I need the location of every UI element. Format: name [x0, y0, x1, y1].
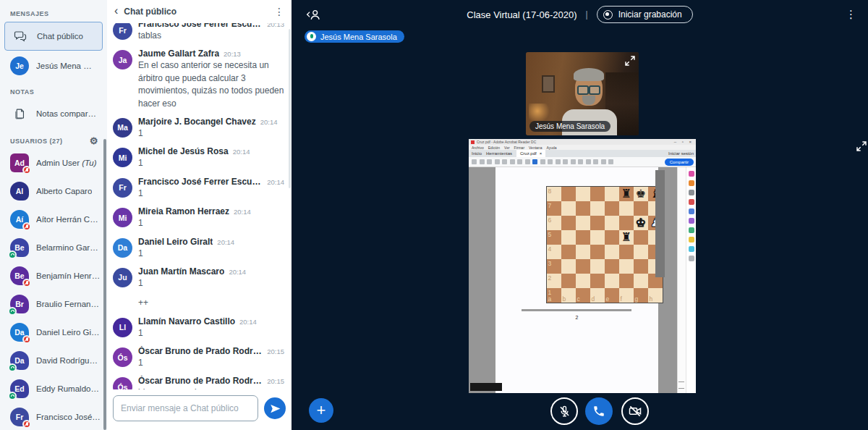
message-text: 1 [138, 217, 284, 229]
send-message-button[interactable] [264, 397, 286, 419]
audio-status-badge [8, 363, 17, 372]
black-rook-piece: ♜ [619, 230, 634, 245]
avatar-initials: Da [14, 356, 24, 365]
next-icon [525, 159, 530, 164]
message-author: Jaume Gallart Zafra [138, 49, 219, 59]
message-author: Francisco José Ferrer Escudero [138, 177, 263, 187]
acrobat-signin: Iniciar sesión [668, 151, 694, 156]
chat-options-kebab-icon[interactable]: ⋮ [274, 7, 284, 17]
pointer-icon [532, 159, 537, 164]
square-e4 [605, 245, 619, 259]
pdf-nav-marks [678, 381, 684, 389]
zoom-in-icon [556, 159, 561, 164]
prev-icon [517, 159, 522, 164]
sidebar-item-shared-notes[interactable]: Notas compartidas [4, 100, 103, 127]
start-recording-button[interactable]: Iniciar grabación [597, 6, 693, 23]
chat-message-input[interactable] [113, 395, 258, 421]
square-f4 [619, 245, 634, 259]
document-tab-label: Cruz.pdf [520, 151, 537, 156]
private-chat-label: Jesús Mena Sarasola [36, 62, 97, 70]
user-name: Braulio Fernando R... [36, 300, 101, 308]
talking-mic-icon [307, 32, 316, 41]
square-c2 [576, 274, 590, 288]
tool-icon [689, 171, 694, 177]
avatar-initials: Aí [16, 215, 24, 224]
notes-section-label: NOTAS [0, 84, 107, 98]
menu-item: Ver [504, 146, 510, 150]
user-name: Francisco José Ferr... [36, 413, 101, 421]
square-b3 [561, 259, 576, 274]
square-a5: 5 [547, 230, 561, 245]
avatar-initials: Ed [14, 384, 24, 393]
record-label: Iniciar grabación [618, 9, 682, 20]
sidebar-item-private-chat[interactable]: Je Jesús Mena Sarasola [4, 52, 103, 80]
chat-bubbles-icon [11, 27, 30, 46]
audio-status-badge [22, 420, 31, 429]
square-b8 [561, 187, 576, 201]
message-avatar: Fr [113, 178, 132, 198]
user-list-item[interactable]: Da David Rodríguez Fa... [0, 346, 107, 374]
user-list-item[interactable]: Fr Francisco José Ferr... [0, 402, 107, 430]
person-glasses [577, 85, 600, 92]
options-kebab-icon[interactable]: ⋮ [846, 8, 856, 21]
menu-item: Edición [488, 146, 500, 150]
user-list: Ad Admin User (Tu) Al Alberto Caparo Aí … [0, 148, 107, 430]
square-e2 [605, 274, 619, 288]
audio-status-badge [8, 250, 17, 259]
message-author: Juan Martín Mascaro [138, 266, 224, 277]
user-list-item[interactable]: Aí Aítor Herrán Castro [0, 205, 107, 233]
chat-back-chevron-icon[interactable]: ‹ [114, 5, 118, 17]
square-g5 [634, 230, 648, 245]
message-text: 1 [138, 127, 284, 140]
chat-panel: ‹ Chat público ⋮ Fr Francisco José Ferre… [107, 0, 292, 430]
chess-board: 8♜♚♝76♚♟5♜4321abcdefgh [546, 186, 663, 303]
user-list-item[interactable]: Da Daniel Leiro Giralt [0, 318, 107, 346]
highlight-icon [593, 159, 598, 164]
square-e5 [605, 230, 619, 245]
square-d1: d [590, 288, 605, 303]
audio-status-badge [22, 335, 31, 344]
sidebar-item-public-chat[interactable]: Chat público [4, 22, 103, 51]
user-name: Admin User (Tu) [36, 159, 97, 167]
square-f8: ♜ [619, 187, 634, 201]
top-bar: Clase Virtual (17-06-2020) | Iniciar gra… [292, 0, 868, 29]
user-list-item[interactable]: Ed Eddy Rumaldo Cru... [0, 374, 107, 402]
screenshare-info-chip [470, 383, 502, 391]
presentation-fullscreen-icon[interactable] [856, 140, 867, 152]
leave-audio-button[interactable] [585, 397, 613, 425]
tool-icon [689, 246, 694, 252]
square-g1: g [634, 288, 648, 303]
square-d4 [590, 245, 605, 259]
message-time: 20:14 [239, 318, 257, 326]
square-h1: h [648, 288, 663, 303]
talking-indicator-badge[interactable]: Jesús Mena Sarasola [305, 30, 404, 43]
zoom-out-icon [548, 159, 553, 164]
message-author: Óscar Bruno de Prado Rodríguez [138, 376, 263, 386]
acrobat-tools-rail [686, 167, 696, 393]
square-a2: 2 [547, 274, 561, 288]
message-text: 1 [138, 327, 284, 340]
user-list-item[interactable]: Br Braulio Fernando R... [0, 290, 107, 318]
user-list-item[interactable]: Be Belarmino García S... [0, 233, 107, 261]
home-icon [487, 159, 492, 164]
tool-icon [689, 237, 694, 243]
mute-microphone-button[interactable] [550, 397, 578, 425]
user-list-item[interactable]: Ad Admin User (Tu) [0, 148, 107, 177]
user-list-item[interactable]: Al Alberto Caparo [0, 177, 107, 205]
square-c1: c [576, 288, 590, 303]
webcam-fullscreen-icon[interactable] [624, 55, 636, 67]
chat-message: Ja Jaume Gallart Zafra 20:13 En el caso … [113, 49, 284, 110]
share-webcam-button[interactable] [621, 397, 649, 425]
user-list-item[interactable]: Be Benjamín Henrique... [0, 261, 107, 290]
message-time: 20:14 [229, 268, 246, 276]
chat-message: Ós Óscar Bruno de Prado Rodríguez 20:15 … [113, 346, 284, 369]
actions-plus-button[interactable]: + [309, 398, 333, 423]
manage-users-gear-icon[interactable]: ⚙ [90, 136, 98, 146]
chat-scrollbar[interactable] [289, 29, 291, 188]
toggle-userlist-icon[interactable] [306, 7, 322, 22]
sidebar-scrollbar[interactable] [103, 139, 106, 430]
black-king-piece: ♚ [634, 187, 648, 201]
acrobat-toolbar: Compartir [469, 157, 696, 167]
message-author: Óscar Bruno de Prado Rodríguez [138, 346, 263, 356]
avatar-initials: Be [14, 271, 24, 280]
